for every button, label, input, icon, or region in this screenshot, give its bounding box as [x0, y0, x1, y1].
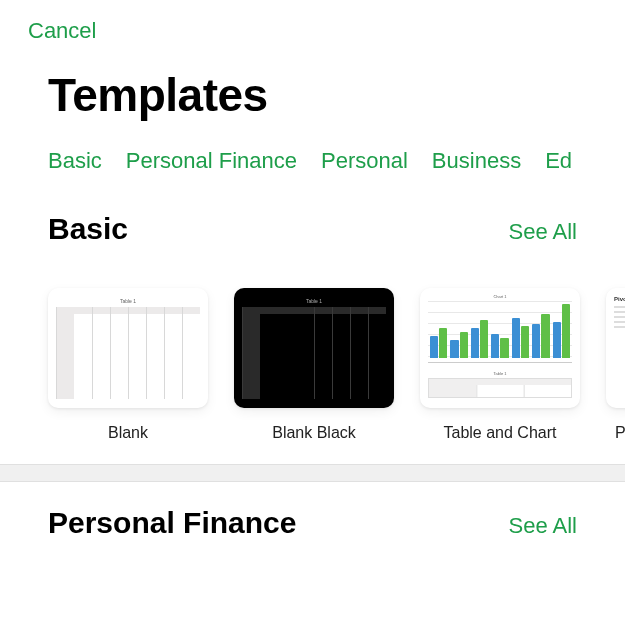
template-thumb-table-chart: Chart 1 Table 1 [420, 288, 580, 408]
category-tab-basic[interactable]: Basic [48, 148, 102, 174]
template-blank-black[interactable]: Table 1 Blank Black [234, 288, 394, 442]
section-divider [0, 464, 625, 482]
section-basic: Basic See All Table 1 Blank Table 1 [0, 174, 625, 442]
category-tab-personal-finance[interactable]: Personal Finance [126, 148, 297, 174]
cancel-button[interactable]: Cancel [0, 0, 96, 44]
template-table-and-chart[interactable]: Chart 1 Table 1 [420, 288, 580, 442]
template-label: Table and Chart [444, 424, 557, 442]
thumb-caption: Chart 1 [428, 294, 572, 299]
section-personal-finance: Personal Finance See All [0, 482, 625, 540]
thumb-caption: Table 1 [428, 371, 572, 376]
template-thumb-blank-black: Table 1 [234, 288, 394, 408]
template-label: Blank Black [272, 424, 356, 442]
template-label: Piv [615, 424, 625, 442]
page-title: Templates [0, 44, 625, 122]
category-tab-personal[interactable]: Personal [321, 148, 408, 174]
category-tab-business[interactable]: Business [432, 148, 521, 174]
thumb-caption: Pivot T [614, 296, 625, 302]
template-pivot[interactable]: Pivot T Piv [606, 288, 625, 442]
section-title-personal-finance: Personal Finance [48, 506, 296, 540]
category-tab-education[interactable]: Ed [545, 148, 572, 174]
template-thumb-blank: Table 1 [48, 288, 208, 408]
chart-icon [428, 301, 572, 363]
see-all-basic[interactable]: See All [509, 219, 578, 245]
category-tabs: Basic Personal Finance Personal Business… [0, 122, 625, 174]
template-thumb-pivot: Pivot T [606, 288, 625, 408]
see-all-personal-finance[interactable]: See All [509, 513, 578, 539]
template-row-basic: Table 1 Blank Table 1 [0, 246, 625, 442]
section-title-basic: Basic [48, 212, 128, 246]
thumb-caption: Table 1 [242, 298, 386, 304]
template-blank[interactable]: Table 1 Blank [48, 288, 208, 442]
template-label: Blank [108, 424, 148, 442]
thumb-caption: Table 1 [56, 298, 200, 304]
